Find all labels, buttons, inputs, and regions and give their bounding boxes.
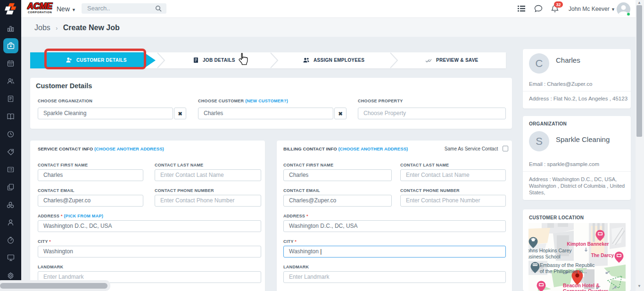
svg-text:Embassy of the Republic: Embassy of the Republic — [540, 262, 594, 268]
svg-text:Kimpton Banneker: Kimpton Banneker — [567, 241, 609, 247]
svg-text:ohns Hopkins Carey: ohns Hopkins Carey — [528, 248, 572, 253]
svg-text:usiness School: usiness School — [528, 254, 561, 259]
svg-text:of the Philippines in...: of the Philippines in... — [540, 268, 587, 274]
svg-text:Beacon Hotel &: Beacon Hotel & — [563, 283, 600, 288]
svg-text:Corporate Quarters: Corporate Quarters — [563, 288, 609, 291]
svg-text:The Darcy: The Darcy — [591, 253, 614, 258]
